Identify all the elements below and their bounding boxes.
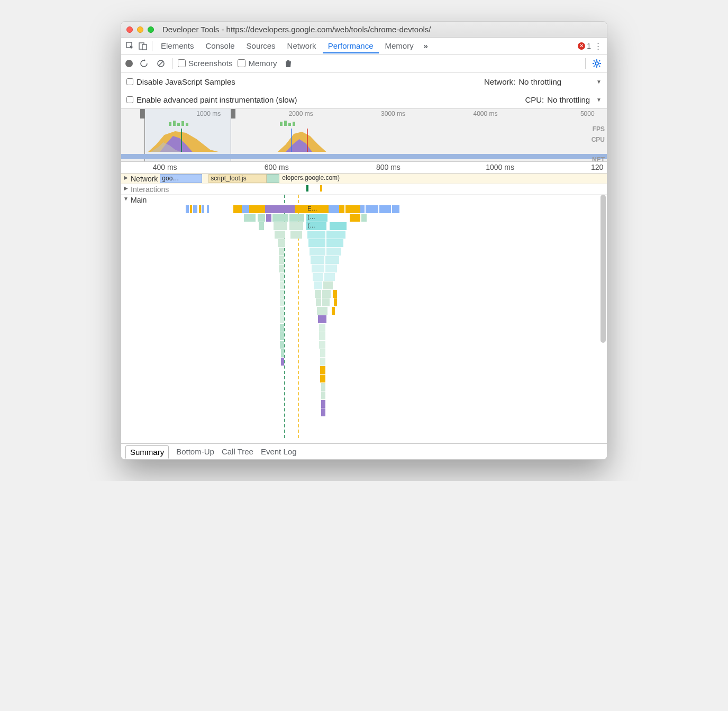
flame-bar[interactable] <box>315 290 321 298</box>
flame-bar[interactable] <box>319 324 325 332</box>
flame-bar[interactable] <box>379 205 391 213</box>
inspect-element-icon[interactable] <box>124 40 136 52</box>
flame-bar[interactable]: (… <box>306 214 327 222</box>
clear-icon[interactable] <box>155 58 167 69</box>
flame-bar[interactable] <box>289 214 304 222</box>
flame-bar[interactable] <box>307 231 325 239</box>
interactions-track[interactable]: ▶ Interactions <box>121 184 607 195</box>
flame-bar[interactable] <box>321 400 325 408</box>
flame-bar[interactable] <box>321 383 325 391</box>
reload-record-icon[interactable] <box>138 58 150 69</box>
network-throttle-select[interactable]: Network: No throttling ▼ <box>484 77 602 86</box>
flame-bar[interactable] <box>333 290 337 298</box>
range-handle-left[interactable] <box>140 109 144 118</box>
flame-bar[interactable] <box>280 298 284 306</box>
flame-bar[interactable] <box>317 307 327 315</box>
flame-bar[interactable] <box>324 273 335 281</box>
tab-network[interactable]: Network <box>282 38 322 53</box>
flame-bar[interactable] <box>320 375 325 382</box>
flame-bar[interactable] <box>202 205 204 213</box>
network-item[interactable] <box>267 174 279 183</box>
flame-bar[interactable] <box>190 205 192 213</box>
flame-bar[interactable] <box>280 315 284 323</box>
cpu-throttle-select[interactable]: CPU: No throttling ▼ <box>525 95 602 104</box>
flame-bar[interactable] <box>249 205 265 213</box>
flame-bar[interactable]: E… <box>306 205 329 213</box>
flame-bar[interactable] <box>281 358 284 366</box>
flame-bar[interactable] <box>233 205 242 213</box>
network-item[interactable]: script_foot.js <box>208 174 267 183</box>
network-item[interactable]: elopers.google.com) <box>280 174 598 183</box>
flame-bar[interactable] <box>321 391 325 399</box>
flame-bar[interactable] <box>280 332 284 340</box>
flame-bar[interactable] <box>314 281 322 289</box>
screenshots-input[interactable] <box>178 59 186 67</box>
flame-bar[interactable] <box>323 281 333 289</box>
record-button[interactable] <box>125 60 133 67</box>
flame-bar[interactable] <box>325 256 339 264</box>
flame-bar[interactable] <box>316 298 321 306</box>
close-window-button[interactable] <box>126 26 133 33</box>
flame-bar[interactable] <box>274 222 287 230</box>
flame-bar[interactable] <box>345 205 360 213</box>
flame-bar[interactable]: (… <box>306 222 326 230</box>
details-tab-eventlog[interactable]: Event Log <box>261 447 297 456</box>
disable-js-input[interactable] <box>126 78 133 85</box>
flame-bar[interactable] <box>272 214 288 222</box>
device-toolbar-icon[interactable] <box>137 40 149 52</box>
flame-bar[interactable] <box>193 205 197 213</box>
flame-bar[interactable] <box>265 205 284 213</box>
flame-bar[interactable] <box>326 239 343 247</box>
flame-bar[interactable] <box>339 205 344 213</box>
flame-bar[interactable] <box>350 214 360 222</box>
flame-bar[interactable] <box>278 239 285 247</box>
flame-bar[interactable] <box>244 214 256 222</box>
flame-bar[interactable] <box>308 239 325 247</box>
tab-console[interactable]: Console <box>201 38 240 53</box>
flame-bar[interactable] <box>366 205 378 213</box>
expand-icon[interactable]: ▶ <box>121 174 131 184</box>
flame-bar[interactable] <box>279 256 284 264</box>
flame-bar[interactable] <box>320 358 325 366</box>
flame-bar[interactable] <box>199 205 201 213</box>
flame-bar[interactable] <box>332 307 335 315</box>
flame-bar[interactable] <box>322 290 331 298</box>
main-track[interactable]: ▼ Main E… <box>121 195 607 443</box>
flame-bar[interactable] <box>280 290 284 298</box>
flame-bar[interactable] <box>279 248 284 256</box>
flame-bar[interactable] <box>320 366 325 374</box>
details-tab-bottomup[interactable]: Bottom-Up <box>176 447 214 456</box>
flame-bar[interactable] <box>311 256 324 264</box>
flame-bar[interactable] <box>295 205 306 213</box>
range-handle-right[interactable] <box>231 109 235 118</box>
flame-bar[interactable] <box>325 265 337 272</box>
flame-bar[interactable] <box>313 273 323 281</box>
kebab-menu-icon[interactable]: ⋮ <box>592 40 604 52</box>
network-track[interactable]: ▶ Network goo… script_foot.js elopers.go… <box>121 174 607 184</box>
collapse-icon[interactable]: ▼ <box>121 195 131 443</box>
detail-ruler[interactable]: 400 ms 600 ms 800 ms 1000 ms 120 <box>121 162 607 174</box>
flame-bar[interactable] <box>280 307 284 315</box>
network-item[interactable]: goo… <box>160 174 202 183</box>
flame-bar[interactable] <box>266 214 271 222</box>
overview-timeline[interactable]: 1000 ms 2000 ms 3000 ms 4000 ms 5000 <box>121 109 607 162</box>
flame-bar[interactable] <box>289 222 303 230</box>
flame-bar[interactable] <box>319 332 325 340</box>
flame-bar[interactable] <box>186 205 189 213</box>
error-indicator[interactable]: ✕ 1 <box>578 42 591 50</box>
details-tab-calltree[interactable]: Call Tree <box>222 447 253 456</box>
flame-bar[interactable] <box>360 205 365 213</box>
flame-bar[interactable] <box>259 222 264 230</box>
vertical-scrollbar[interactable] <box>600 195 606 343</box>
flame-bar[interactable] <box>326 248 341 256</box>
flame-bar[interactable] <box>281 349 284 357</box>
flame-bar[interactable] <box>280 281 284 289</box>
details-tab-summary[interactable]: Summary <box>125 445 169 459</box>
minimize-window-button[interactable] <box>137 26 143 33</box>
flame-bar[interactable] <box>330 222 347 230</box>
flame-bar[interactable] <box>361 214 367 222</box>
flame-bar[interactable] <box>392 205 399 213</box>
flame-bar[interactable] <box>322 298 330 306</box>
tab-memory[interactable]: Memory <box>380 38 419 53</box>
flame-bar[interactable] <box>310 248 325 256</box>
